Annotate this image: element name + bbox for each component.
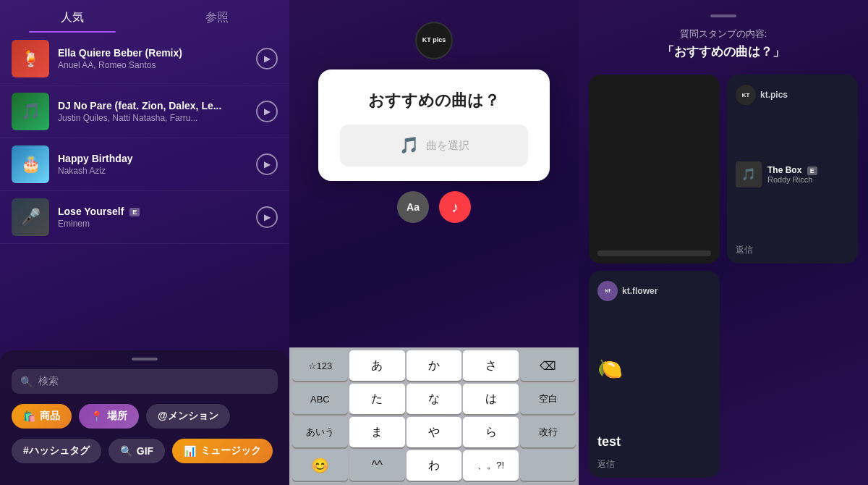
response-username: kt.pics [760,90,788,100]
song-info: The Box E Roddy Ricch [767,165,849,184]
sheet-handle [710,14,736,17]
input-toggle-row: Aa ♪ [397,191,471,223]
responses-grid: KT kt.pics 🎵 The Box E Roddy Ricch 返信 [579,67,868,485]
response-content: 🍋 [597,307,711,432]
response-username: kt.flower [622,286,658,296]
search-input[interactable]: 検索 [38,375,59,388]
response-card[interactable]: kf kt.flower 🍋 test 返信 [589,271,720,478]
place-tag-button[interactable]: 📍 場所 [79,404,139,429]
shop-tag-button[interactable]: 🛍️ 商品 [12,404,72,429]
mention-label: @メンション [158,410,218,423]
music-input-toggle[interactable]: ♪ [439,191,471,223]
search-icon: 🔍 [20,376,33,387]
key-ya[interactable]: や [407,417,462,447]
response-card[interactable]: KT kt.pics 🎵 The Box E Roddy Ricch 返信 [727,75,858,263]
list-item[interactable]: 🎂 Happy Birthday Nakash Aziz ▶ [0,138,289,191]
song-select-label: 曲を選択 [426,139,469,153]
album-art: 🍹 [12,40,49,77]
song-info: Lose Yourself E Eminem [58,206,247,229]
question-text: おすすめの曲は？ [340,90,528,111]
response-emoji: 🍋 [597,357,623,381]
bottom-sheet: 🔍 検索 🛍️ 商品 📍 場所 @メンション #ハッシュタグ 🔍 GIF [0,350,289,485]
gif-button[interactable]: 🔍 GIF [109,439,165,463]
tab-bar: 人気 参照 [0,0,289,33]
list-item[interactable]: 🍹 Ella Quiere Beber (Remix) Anuel AA, Ro… [0,33,289,85]
play-button[interactable]: ▶ [256,206,278,228]
key-caret[interactable]: ^^ [349,450,405,481]
music-list: 🍹 Ella Quiere Beber (Remix) Anuel AA, Ro… [0,33,289,350]
hashtag-button[interactable]: #ハッシュタグ [12,439,101,463]
key-enter[interactable] [520,450,576,481]
song-title: Happy Birthday [58,153,247,164]
avatar: kf [597,281,618,301]
response-card-empty [589,75,720,263]
key-aiou[interactable]: あいう [292,417,348,447]
key-ha[interactable]: は [463,384,519,414]
music-label: ミュージック [200,444,261,457]
play-button[interactable]: ▶ [256,48,278,69]
key-return[interactable]: 改行 [520,417,576,447]
song-artist: Anuel AA, Romeo Santos [58,60,247,70]
panel-music-list: 人気 参照 🍹 Ella Quiere Beber (Remix) Anuel … [0,0,289,485]
tag-row-2: #ハッシュタグ 🔍 GIF 📊 ミュージック [12,439,278,463]
key-ta[interactable]: た [349,384,405,414]
key-a[interactable]: あ [349,350,405,381]
song-info: DJ No Pare (feat. Zion, Dalex, Le... Jus… [58,100,247,123]
music-note-icon: 🎵 [399,136,419,155]
tab-browse[interactable]: 参照 [145,10,289,33]
explicit-badge: E [129,208,140,216]
tab-popular[interactable]: 人気 [0,10,145,33]
responses-header: 質問スタンプの内容: 「おすすめの曲は？」 [579,0,868,67]
song-artist: Nakash Aziz [58,166,247,176]
key-sa[interactable]: さ [463,350,519,381]
keyboard: ☆123 あ か さ ⌫ ABC た な は 空白 あいう ま や ら 改行 😊… [289,347,579,485]
song-select-area[interactable]: 🎵 曲を選択 [340,125,528,166]
keyboard-row-3: あいう ま や ら 改行 [289,414,579,447]
list-item[interactable]: 🎵 DJ No Pare (feat. Zion, Dalex, Le... J… [0,85,289,138]
song-title: The Box E [767,165,849,175]
avatar-initials: KT pics [422,37,446,44]
key-na[interactable]: な [407,384,462,414]
mention-tag-button[interactable]: @メンション [146,404,230,429]
key-ra[interactable]: ら [463,417,519,447]
response-header: KT kt.pics [736,85,849,105]
play-button[interactable]: ▶ [256,153,278,175]
key-123[interactable]: ☆123 [292,350,348,381]
song-thumbnail: 🎵 [736,161,762,187]
play-button[interactable]: ▶ [256,101,278,122]
key-abc[interactable]: ABC [292,384,348,414]
song-artist: Justin Quiles, Natti Natasha, Farru... [58,113,247,123]
search-bar[interactable]: 🔍 検索 [12,369,278,394]
text-input-toggle[interactable]: Aa [397,191,429,223]
key-wa[interactable]: わ [407,450,462,481]
shop-label: 商品 [40,410,60,423]
music-button[interactable]: 📊 ミュージック [172,439,273,463]
panel-responses: 質問スタンプの内容: 「おすすめの曲は？」 KT kt.pics 🎵 The B… [579,0,868,485]
stamp-label: 質問スタンプの内容: [593,28,854,41]
placeholder-bar [597,250,711,256]
key-space[interactable]: 空白 [520,384,576,414]
response-header: kf kt.flower [597,281,711,301]
song-title: Ella Quiere Beber (Remix) [58,47,247,59]
hashtag-label: #ハッシュタグ [23,444,90,457]
list-item[interactable]: 🎤 Lose Yourself E Eminem ▶ [0,191,289,244]
place-label: 場所 [107,410,127,423]
key-ka[interactable]: か [407,350,462,381]
key-punct[interactable]: 、。?! [463,450,519,481]
key-delete[interactable]: ⌫ [520,350,576,381]
keyboard-row-1: ☆123 あ か さ ⌫ [289,347,579,381]
avatar: KT [736,85,756,105]
reply-button[interactable]: 返信 [736,244,849,256]
key-emoji[interactable]: 😊 [292,450,348,481]
reply-button[interactable]: 返信 [597,458,711,471]
music-bar-icon: 📊 [184,445,196,457]
song-info: Ella Quiere Beber (Remix) Anuel AA, Rome… [58,47,247,70]
gif-search-icon: 🔍 [120,445,132,457]
song-title: DJ No Pare (feat. Zion, Dalex, Le... [58,100,247,111]
song-info: Happy Birthday Nakash Aziz [58,153,247,176]
tag-row-1: 🛍️ 商品 📍 場所 @メンション [12,404,278,429]
sheet-handle [132,358,158,360]
key-ma[interactable]: ま [349,417,405,447]
keyboard-row-4: 😊 ^^ わ 、。?! [289,447,579,485]
shop-icon: 🛍️ [23,410,35,422]
